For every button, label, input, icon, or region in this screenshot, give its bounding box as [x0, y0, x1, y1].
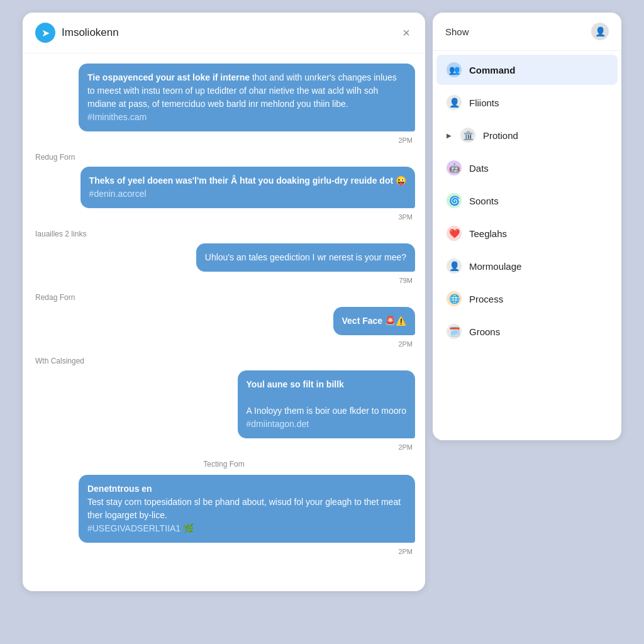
message-bold-text: Youl aune so filt in billk [247, 379, 344, 389]
right-panel-header: Show 👤 [433, 13, 621, 51]
menu-item-protiond[interactable]: ▶ 🏛️ Protiond [436, 120, 618, 150]
chat-header: ➤ Imsoliokenn × [23, 13, 425, 53]
message-time: 2PM [33, 443, 413, 451]
message-time: 2PM [33, 340, 413, 348]
hashtag-link[interactable]: #Iminithes.cam [87, 112, 147, 122]
menu-item-soonts[interactable]: 🌀 Soonts [436, 186, 618, 216]
chat-messages: Tie ospayenced your ast loke if interne … [23, 53, 425, 591]
message-bubble: Uhlou's an tales geediction I wr nerest … [196, 243, 415, 272]
menu-item-label: Teeglahs [469, 228, 507, 239]
menu-item-label: Protiond [483, 130, 518, 141]
menu-item-fliionts[interactable]: 👤 Fliionts [436, 87, 618, 118]
message-time: 2PM [33, 548, 413, 555]
menu-item-label: Fliionts [469, 97, 499, 108]
message-bubble: Denetntrous en Test stay corn topesidati… [79, 475, 415, 543]
chat-panel: ➤ Imsoliokenn × Tie ospayenced your ast … [23, 13, 425, 591]
mormoulage-icon: 👤 [447, 258, 462, 274]
menu-item-mormoulage[interactable]: 👤 Mormoulage [436, 251, 618, 281]
message-bubble: Vect Face 🚨⚠️ [333, 307, 416, 335]
menu-item-label: Dats [469, 163, 489, 174]
links-label: Iauailles 2 links [33, 230, 415, 238]
sender-label: Redug Forn [33, 153, 415, 162]
message-time: 79M [33, 277, 413, 284]
menu-item-label: Mormoulage [469, 261, 521, 272]
dats-icon: 🤖 [447, 160, 462, 175]
menu-item-process[interactable]: 🌐 Process [436, 284, 618, 314]
message-bold-text: Theks of yeel doeen was'l'm their Â htat… [89, 175, 406, 186]
command-icon: 👥 [447, 62, 462, 77]
message-text: Uhlou's an tales geediction I wr nerest … [205, 252, 406, 262]
menu-item-label: Groons [469, 326, 500, 337]
telegram-logo-icon: ➤ [35, 23, 55, 43]
sender-label: Redag Forn [33, 293, 415, 302]
menu-item-label: Process [469, 294, 503, 304]
hashtag-link[interactable]: #dmiintagon.det [247, 419, 309, 429]
menu-item-label: Soonts [469, 196, 499, 206]
user-icon: 👤 [591, 23, 609, 40]
menu-item-dats[interactable]: 🤖 Dats [436, 153, 618, 183]
hashtag-link[interactable]: #denin.acorcel [89, 189, 147, 199]
message-time: 3PM [33, 213, 413, 221]
sender-label: Wth Calsinged [33, 357, 415, 365]
right-header-title: Show [445, 26, 469, 37]
menu-item-teeglahs[interactable]: ❤️ Teeglahs [436, 218, 618, 248]
message-bubble: Theks of yeel doeen was'l'm their Â htat… [80, 167, 415, 208]
menu-list: 👥 Command 👤 Fliionts ▶ 🏛️ Protiond 🤖 Dat… [433, 51, 621, 350]
arrow-icon: ▶ [447, 132, 452, 139]
main-container: ➤ Imsoliokenn × Tie ospayenced your ast … [0, 0, 644, 644]
teeglahs-icon: ❤️ [447, 226, 462, 241]
chat-title: Imsoliokenn [62, 26, 119, 39]
message-bold-text: Vect Face 🚨⚠️ [342, 316, 407, 326]
menu-item-command[interactable]: 👥 Command [436, 55, 618, 85]
hashtag-link[interactable]: #USEGIVADSERLTIIA1 🌿 [87, 523, 194, 533]
menu-item-groons[interactable]: 🗓️ Groons [436, 316, 618, 347]
message-bold-text: Tie ospayenced your ast loke if interne [87, 72, 250, 82]
close-button[interactable]: × [400, 23, 413, 43]
process-icon: 🌐 [447, 291, 462, 306]
message-time: 2PM [33, 136, 413, 144]
chat-header-left: ➤ Imsoliokenn [35, 23, 119, 43]
fliionts-icon: 👤 [447, 95, 462, 110]
message-bubble: Youl aune so filt in billk A Inoloyy the… [238, 370, 415, 438]
soonts-icon: 🌀 [447, 193, 462, 208]
section-label: Tecting Fom [33, 460, 415, 469]
groons-icon: 🗓️ [447, 324, 462, 339]
menu-item-label: Command [469, 65, 515, 75]
protiond-icon: 🏛️ [460, 128, 475, 143]
message-bubble: Tie ospayenced your ast loke if interne … [79, 64, 415, 131]
right-panel: Show 👤 👥 Command 👤 Fliionts ▶ 🏛️ Protion… [433, 13, 621, 440]
message-bold-text: Denetntrous en [87, 484, 152, 494]
